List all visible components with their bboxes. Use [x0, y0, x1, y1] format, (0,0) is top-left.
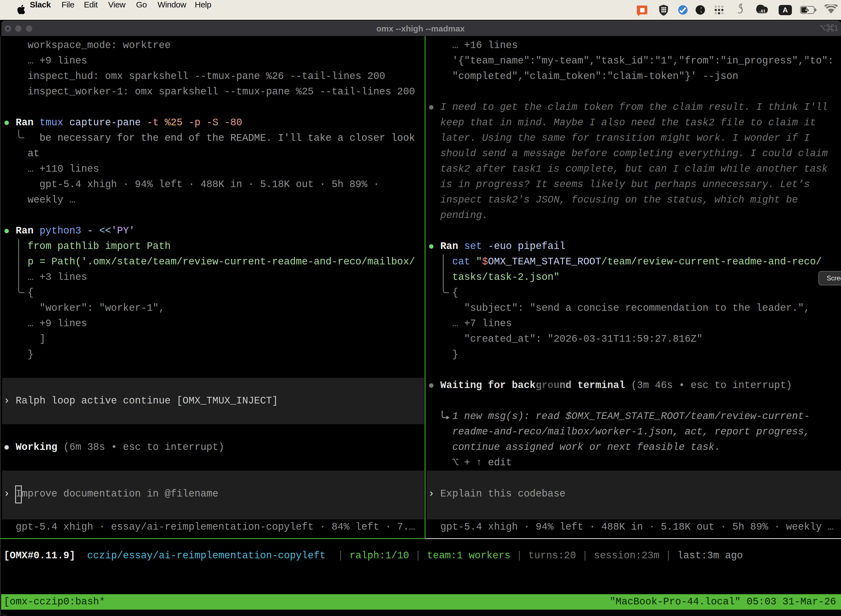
svg-text:..61: ..61 — [759, 9, 765, 13]
